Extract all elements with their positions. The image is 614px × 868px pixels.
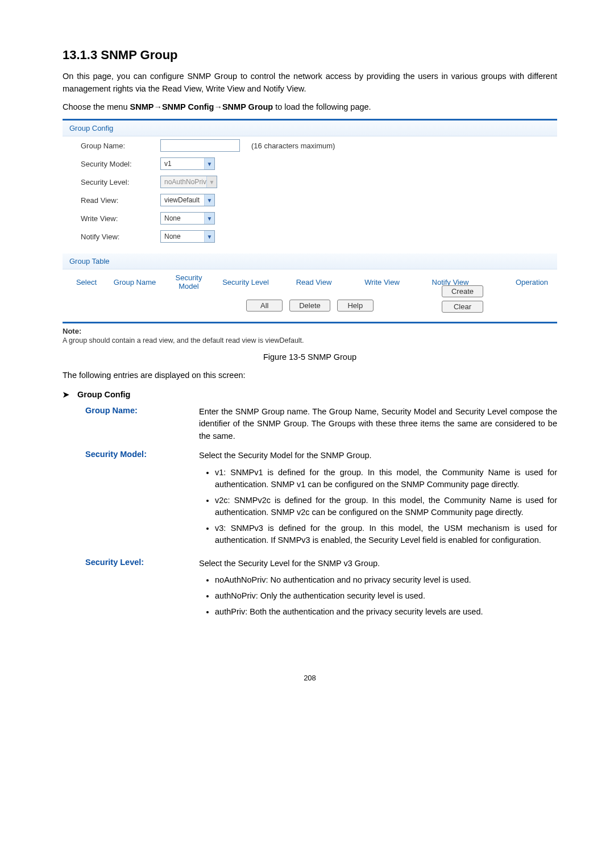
help-button[interactable]: Help bbox=[337, 300, 374, 312]
choose-suffix: to load the following page. bbox=[273, 102, 371, 111]
security-level-value: noAuthNoPriv bbox=[164, 178, 206, 186]
chevron-right-icon: ➤ bbox=[63, 390, 69, 399]
group-config-header: Group Config bbox=[63, 121, 557, 136]
def-desc-security-level: Select the Security Level for the SNMP v… bbox=[199, 558, 557, 623]
th-select: Select bbox=[69, 278, 103, 286]
security-level-select: noAuthNoPriv ▼ bbox=[160, 176, 217, 188]
chevron-down-icon: ▼ bbox=[204, 231, 214, 242]
security-model-value: v1 bbox=[164, 160, 172, 168]
group-name-hint: (16 characters maximum) bbox=[251, 142, 335, 150]
security-model-select[interactable]: v1 ▼ bbox=[160, 157, 215, 170]
clear-button[interactable]: Clear bbox=[442, 301, 483, 313]
note-label: Note: bbox=[63, 327, 557, 335]
sec-level-item-authnopriv: authNoPriv: Only the authentication secu… bbox=[215, 590, 557, 602]
figure-caption: Figure 13-5 SNMP Group bbox=[63, 352, 557, 362]
sub-heading-text: Group Config bbox=[77, 390, 130, 399]
chevron-down-icon: ▼ bbox=[204, 158, 214, 169]
page-number: 208 bbox=[63, 674, 557, 682]
chevron-down-icon: ▼ bbox=[204, 194, 214, 206]
group-table-header: Group Table bbox=[63, 254, 557, 269]
section-heading: 13.1.3 SNMP Group bbox=[63, 48, 557, 63]
security-model-label: Security Model: bbox=[81, 160, 160, 168]
group-name-input[interactable] bbox=[160, 139, 240, 152]
def-term-group-name: Group Name: bbox=[85, 406, 199, 443]
sec-model-intro: Select the Security Model for the SNMP G… bbox=[199, 451, 372, 460]
sub-heading-group-config: ➤ Group Config bbox=[63, 390, 557, 399]
th-read-view: Read View bbox=[280, 278, 348, 286]
def-desc-group-name: Enter the SNMP Group name. The Group Nam… bbox=[199, 406, 557, 443]
notify-view-value: None bbox=[164, 232, 181, 240]
menu-path-paragraph: Choose the menu SNMP→SNMP Config→SNMP Gr… bbox=[63, 101, 557, 114]
sec-model-item-v3: v3: SNMPv3 is defined for the group. In … bbox=[215, 522, 557, 546]
delete-button[interactable]: Delete bbox=[289, 300, 330, 312]
chevron-down-icon: ▼ bbox=[206, 176, 217, 188]
sec-level-item-authpriv: authPriv: Both the authentication and th… bbox=[215, 606, 557, 618]
read-view-label: Read View: bbox=[81, 196, 160, 205]
write-view-value: None bbox=[164, 214, 181, 222]
th-security-level: Security Level bbox=[211, 278, 280, 286]
write-view-label: Write View: bbox=[81, 214, 160, 223]
read-view-select[interactable]: viewDefault ▼ bbox=[160, 194, 215, 206]
divider bbox=[63, 322, 557, 323]
group-name-label: Group Name: bbox=[81, 142, 160, 150]
sec-model-item-v2c: v2c: SNMPv2c is defined for the group. I… bbox=[215, 495, 557, 518]
choose-prefix: Choose the menu bbox=[63, 102, 130, 111]
sec-model-item-v1: v1: SNMPv1 is defined for the group. In … bbox=[215, 467, 557, 491]
entries-intro: The following entries are displayed on t… bbox=[63, 369, 557, 382]
read-view-value: viewDefault bbox=[164, 196, 200, 204]
note-text: A group should contain a read view, and … bbox=[63, 337, 557, 344]
notify-view-label: Notify View: bbox=[81, 232, 160, 241]
write-view-select[interactable]: None ▼ bbox=[160, 212, 215, 225]
breadcrumb-bold: SNMP→SNMP Config→SNMP Group bbox=[130, 102, 273, 111]
th-security-model: Security Model bbox=[166, 274, 211, 290]
def-term-security-level: Security Level: bbox=[85, 558, 199, 623]
def-desc-security-model: Select the Security Model for the SNMP G… bbox=[199, 450, 557, 551]
th-operation: Operation bbox=[484, 278, 550, 286]
sec-level-item-noauthnopriv: noAuthNoPriv: No authentication and no p… bbox=[215, 574, 557, 586]
snmp-group-panel: Group Config Group Name: (16 characters … bbox=[63, 119, 557, 344]
intro-paragraph: On this page, you can configure SNMP Gro… bbox=[63, 70, 557, 95]
sec-level-intro: Select the Security Level for the SNMP v… bbox=[199, 559, 380, 568]
create-button[interactable]: Create bbox=[442, 285, 483, 297]
all-button[interactable]: All bbox=[246, 300, 283, 312]
chevron-down-icon: ▼ bbox=[204, 213, 214, 224]
th-write-view: Write View bbox=[348, 278, 416, 286]
security-level-label: Security Level: bbox=[81, 178, 160, 186]
notify-view-select[interactable]: None ▼ bbox=[160, 230, 215, 243]
def-term-security-model: Security Model: bbox=[85, 450, 199, 551]
th-group-name: Group Name bbox=[103, 278, 166, 286]
